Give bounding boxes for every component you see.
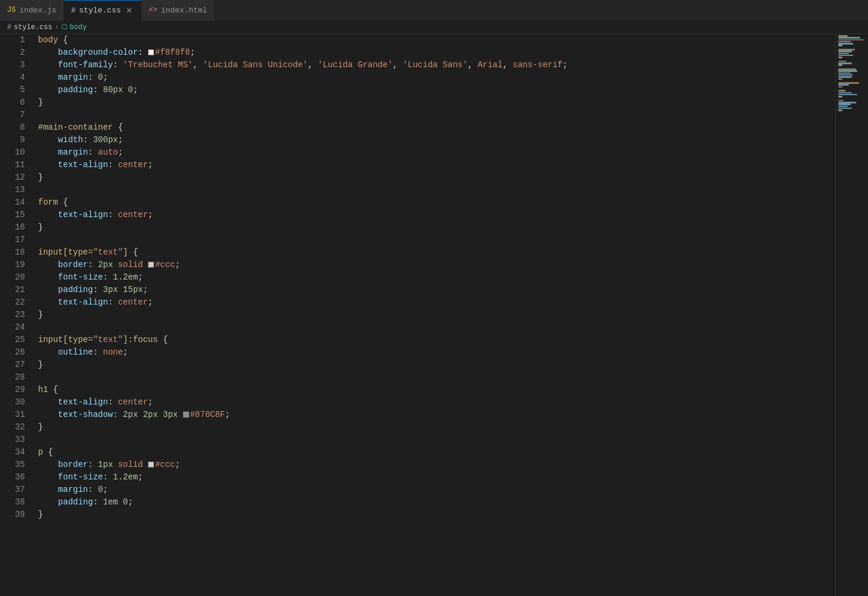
line-num-8: 8 bbox=[0, 121, 25, 134]
minimap-line-22 bbox=[838, 76, 852, 78]
line-num-17: 17 bbox=[0, 234, 25, 246]
breadcrumb-symbol-icon: ⬡ bbox=[61, 23, 67, 32]
line-num-22: 22 bbox=[0, 296, 25, 309]
minimap-line-4 bbox=[838, 41, 851, 43]
css-icon: # bbox=[71, 7, 76, 15]
minimap-line-14 bbox=[838, 61, 847, 62]
line-num-24: 24 bbox=[0, 321, 25, 334]
line-14: form { bbox=[38, 196, 835, 209]
line-35: border: 1px solid #ccc; bbox=[38, 459, 835, 471]
tab-label-index-js: index.js bbox=[19, 6, 56, 15]
tab-index-js[interactable]: JS index.js bbox=[0, 0, 64, 21]
minimap-line-33 bbox=[838, 98, 839, 100]
minimap-line-34 bbox=[838, 100, 844, 102]
minimap-line-12 bbox=[838, 57, 842, 58]
minimap-line-30 bbox=[838, 92, 852, 94]
breadcrumb-hash: # bbox=[7, 23, 11, 32]
minimap-line-11 bbox=[838, 55, 853, 57]
minimap-line-10 bbox=[838, 53, 849, 55]
line-33 bbox=[38, 434, 835, 446]
line-num-36: 36 bbox=[0, 471, 25, 484]
minimap-line-8 bbox=[838, 49, 855, 51]
line-num-9: 9 bbox=[0, 134, 25, 146]
line-num-32: 32 bbox=[0, 421, 25, 434]
line-28 bbox=[38, 371, 835, 384]
tab-label-index-html: index.html bbox=[161, 6, 207, 15]
line-num-39: 39 bbox=[0, 509, 25, 521]
line-num-34: 34 bbox=[0, 446, 25, 459]
tab-close-style-css[interactable]: ✕ bbox=[124, 6, 134, 15]
line-num-4: 4 bbox=[0, 71, 25, 84]
tab-bar: JS index.js # style.css ✕ <> index.html bbox=[0, 0, 868, 21]
minimap-line-18 bbox=[838, 68, 856, 70]
line-11: text-align: center; bbox=[38, 159, 835, 171]
minimap-line-15 bbox=[838, 62, 852, 64]
line-34: p { bbox=[38, 446, 835, 459]
line-num-13: 13 bbox=[0, 184, 25, 196]
line-21: padding: 3px 15px; bbox=[38, 284, 835, 296]
line-num-35: 35 bbox=[0, 459, 25, 471]
minimap-line-5 bbox=[838, 43, 853, 45]
minimap-line-21 bbox=[838, 74, 853, 76]
breadcrumb-symbol: body bbox=[70, 23, 87, 32]
minimap-line-31 bbox=[838, 94, 857, 96]
minimap[interactable] bbox=[835, 34, 868, 596]
line-num-27: 27 bbox=[0, 359, 25, 371]
line-num-12: 12 bbox=[0, 171, 25, 184]
line-10: margin: auto; bbox=[38, 146, 835, 159]
minimap-line-35 bbox=[838, 102, 856, 103]
line-4: margin: 0; bbox=[38, 71, 835, 84]
minimap-line-28 bbox=[838, 88, 839, 90]
code-editor[interactable]: body { background-color: #f8f8f8; font-f… bbox=[30, 34, 835, 596]
line-22: text-align: center; bbox=[38, 296, 835, 309]
minimap-line-38 bbox=[838, 108, 852, 109]
line-num-18: 18 bbox=[0, 246, 25, 259]
minimap-line-1 bbox=[838, 35, 848, 37]
line-30: text-align: center; bbox=[38, 396, 835, 409]
line-num-2: 2 bbox=[0, 46, 25, 59]
line-2: background-color: #f8f8f8; bbox=[38, 46, 835, 59]
line-num-38: 38 bbox=[0, 496, 25, 509]
line-num-33: 33 bbox=[0, 434, 25, 446]
line-num-30: 30 bbox=[0, 396, 25, 409]
minimap-line-39 bbox=[838, 109, 842, 111]
line-num-16: 16 bbox=[0, 221, 25, 234]
line-num-28: 28 bbox=[0, 371, 25, 384]
minimap-line-24 bbox=[838, 80, 839, 82]
line-26: outline: none; bbox=[38, 346, 835, 359]
breadcrumb: # style.css › ⬡ body bbox=[0, 21, 868, 34]
line-39: } bbox=[38, 509, 835, 521]
line-18: input[type="text"] { bbox=[38, 246, 835, 259]
line-7 bbox=[38, 109, 835, 121]
minimap-line-26 bbox=[838, 84, 849, 86]
line-num-21: 21 bbox=[0, 284, 25, 296]
breadcrumb-file: style.css bbox=[14, 23, 52, 32]
line-36: font-size: 1.2em; bbox=[38, 471, 835, 484]
minimap-line-2 bbox=[838, 37, 860, 39]
line-3: font-family: 'Trebuchet MS', 'Lucida San… bbox=[38, 59, 835, 71]
line-37: margin: 0; bbox=[38, 484, 835, 496]
breadcrumb-sep: › bbox=[55, 23, 59, 32]
tab-style-css[interactable]: # style.css ✕ bbox=[64, 0, 141, 21]
line-num-5: 5 bbox=[0, 84, 25, 96]
line-num-25: 25 bbox=[0, 334, 25, 346]
minimap-line-20 bbox=[838, 73, 851, 74]
minimap-content bbox=[836, 34, 868, 113]
line-12: } bbox=[38, 171, 835, 184]
line-num-11: 11 bbox=[0, 159, 25, 171]
tab-index-html[interactable]: <> index.html bbox=[141, 0, 215, 21]
line-6: } bbox=[38, 96, 835, 109]
html-icon: <> bbox=[149, 6, 157, 14]
js-icon: JS bbox=[7, 6, 15, 14]
line-9: width: 300px; bbox=[38, 134, 835, 146]
minimap-line-6 bbox=[838, 45, 842, 46]
line-29: h1 { bbox=[38, 384, 835, 396]
minimap-line-36 bbox=[838, 103, 851, 105]
minimap-line-7 bbox=[838, 47, 839, 49]
line-19: border: 2px solid #ccc; bbox=[38, 259, 835, 271]
line-num-14: 14 bbox=[0, 196, 25, 209]
line-23: } bbox=[38, 309, 835, 321]
minimap-line-19 bbox=[838, 70, 857, 72]
line-1: body { bbox=[38, 34, 835, 46]
line-num-19: 19 bbox=[0, 259, 25, 271]
